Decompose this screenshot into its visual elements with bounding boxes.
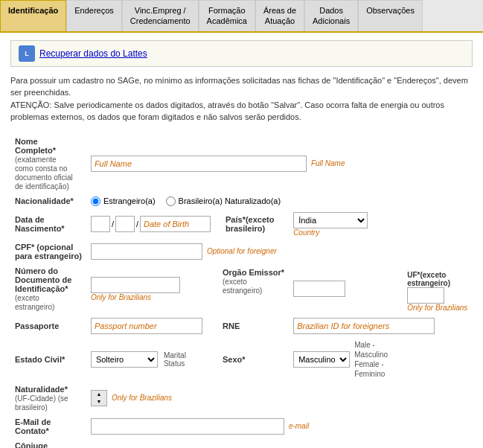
- cpf-row: CPF* (opcionalpara estrangeiro) Optional…: [10, 240, 483, 263]
- tab-dados-adicionais[interactable]: DadosAdicionais: [304, 0, 358, 31]
- email-row: E-Mail deContato* e-mail: [10, 415, 483, 438]
- conjuge-label: Cônjuge: [10, 438, 86, 448]
- info-text2: ATENÇÃO: Salve periodicamente os dados d…: [10, 100, 444, 122]
- naturalidade-label: Naturalidade*(UF-Cidade) (sebrasileiro): [10, 382, 86, 415]
- info-box: Para possuir um cadastro no SAGe, no mín…: [10, 74, 473, 124]
- sexo-select[interactable]: Masculino Feminino: [293, 351, 350, 368]
- estado-civil-label: Estado Civil*: [10, 337, 86, 382]
- documento-input[interactable]: [91, 277, 180, 293]
- cpf-label: CPF* (opcionalpara estrangeiro): [10, 240, 86, 263]
- passaporte-input[interactable]: [91, 318, 202, 334]
- uf-input[interactable]: [407, 287, 444, 304]
- nome-completo-input[interactable]: [91, 156, 307, 172]
- conjuge-row: Cônjuge: [10, 438, 483, 448]
- documento-row: Número doDocumento deIdentificação*(exce…: [10, 263, 483, 315]
- lattes-icon: L: [19, 45, 35, 62]
- uf-label: UF*(excetoestrangeiro): [407, 266, 483, 287]
- uf-hint: Only for Brazilians: [407, 304, 483, 312]
- estado-civil-hint: MaritalStatus: [164, 351, 186, 368]
- rne-input[interactable]: [293, 318, 435, 334]
- tab-identificacao[interactable]: Identificação: [0, 0, 66, 31]
- tab-vinc-empreg[interactable]: Vinc.Empreg /Credenciamento: [122, 0, 199, 31]
- nacionalidade-label: Nacionalidade*: [10, 193, 86, 209]
- passaporte-label: Passaporte: [10, 315, 86, 337]
- nascimento-label: Data deNascimento*: [10, 209, 86, 240]
- rne-label: RNE: [223, 317, 240, 330]
- stepper-down[interactable]: ▼: [92, 398, 106, 406]
- pais-hint: Country: [293, 228, 398, 237]
- nome-completo-hint: Full Name: [311, 159, 345, 167]
- email-input[interactable]: [91, 418, 284, 435]
- nascimento-month[interactable]: [115, 216, 135, 232]
- nome-completo-label: NomeCompleto* (exatamentecomo consta nod…: [10, 134, 86, 193]
- radio-brasileiro[interactable]: Brasileiro(a) Naturalizado(a): [166, 196, 281, 206]
- estado-civil-select[interactable]: Solteiro Casado(a) Divorciado(a) Viúvo(a…: [91, 351, 158, 368]
- lattes-link[interactable]: Recuperar dados do Lattes: [39, 48, 147, 59]
- radio-estrangeiro[interactable]: Estrangeiro(a): [91, 196, 156, 206]
- nascimento-pais-row: Data deNascimento* / / País*(excetobrasi…: [10, 209, 483, 240]
- orgao-input[interactable]: [293, 281, 345, 297]
- naturalidade-hint: Only for Brazilians: [112, 394, 172, 402]
- documento-hint: Only for Brazilians: [91, 293, 211, 301]
- nascimento-day[interactable]: [91, 216, 110, 232]
- orgao-label: Orgão Emissor*(excetoestrangeiro): [223, 263, 284, 295]
- nascimento-year[interactable]: [140, 216, 211, 232]
- sexo-hint: Male - Masculino Female - Feminino: [354, 340, 398, 379]
- tab-enderecos[interactable]: Endereços: [66, 0, 122, 31]
- email-hint: e-mail: [289, 422, 309, 430]
- naturalidade-row: Naturalidade*(UF-Cidade) (sebrasileiro) …: [10, 382, 483, 415]
- nacionalidade-row: Nacionalidade* Estrangeiro(a) Brasileiro…: [10, 193, 483, 209]
- documento-label: Número doDocumento deIdentificação*(exce…: [10, 263, 86, 315]
- tab-formacao[interactable]: FormaçãoAcadêmica: [199, 0, 255, 31]
- tab-areas[interactable]: Áreas deAtuação: [255, 0, 304, 31]
- email-label: E-Mail deContato*: [10, 415, 86, 438]
- form-table: NomeCompleto* (exatamentecomo consta nod…: [10, 134, 483, 448]
- info-text1: Para possuir um cadastro no SAGe, no mín…: [10, 76, 468, 97]
- nacionalidade-radio-group: Estrangeiro(a) Brasileiro(a) Naturalizad…: [91, 196, 483, 206]
- pais-select[interactable]: Índia Brasil Estados Unidos: [293, 212, 368, 228]
- lattes-row: L Recuperar dados do Lattes: [10, 40, 473, 67]
- pais-label: País*(excetobrasileiro): [225, 211, 274, 233]
- cpf-input[interactable]: [91, 243, 202, 260]
- tab-observacoes[interactable]: Observações: [358, 0, 423, 31]
- stepper-up[interactable]: ▲: [92, 391, 106, 398]
- estado-sexo-row: Estado Civil* Solteiro Casado(a) Divorci…: [10, 337, 483, 382]
- passaporte-rne-row: Passaporte RNE: [10, 315, 483, 337]
- cpf-hint: Optional for foreigner: [207, 247, 277, 255]
- sexo-label: Sexo*: [223, 351, 246, 364]
- nome-completo-row: NomeCompleto* (exatamentecomo consta nod…: [10, 134, 483, 193]
- naturalidade-stepper[interactable]: ▲ ▼: [91, 390, 107, 406]
